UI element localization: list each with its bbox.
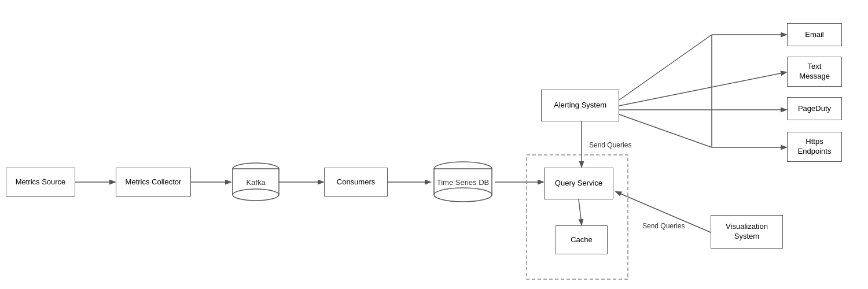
kafka-label: Kafka	[246, 178, 266, 187]
send-queries-bottom-label: Send Queries	[642, 222, 685, 230]
https-endpoints-node: Https Endpoints	[787, 132, 842, 162]
svg-point-18	[233, 189, 279, 201]
email-node: Email	[787, 23, 842, 46]
cache-node: Cache	[556, 225, 608, 254]
metrics-source-label: Metrics Source	[16, 177, 66, 187]
svg-line-11	[619, 114, 712, 147]
consumers-node: Consumers	[324, 168, 388, 197]
https-endpoints-label: Https Endpoints	[798, 137, 832, 157]
svg-point-21	[434, 188, 492, 202]
pageduty-node: PageDuty	[787, 97, 842, 120]
query-service-label: Query Service	[555, 179, 602, 188]
pageduty-label: PageDuty	[798, 104, 831, 114]
send-queries-top-label: Send Queries	[589, 141, 631, 149]
text-message-label: Text Message	[799, 62, 830, 81]
visualization-system-node: Visualization System	[711, 215, 783, 249]
text-message-node: Text Message	[787, 57, 842, 87]
visualization-system-label: Visualization System	[726, 222, 768, 242]
cache-label: Cache	[571, 235, 593, 245]
metrics-source-node: Metrics Source	[6, 168, 75, 197]
metrics-collector-label: Metrics Collector	[126, 177, 182, 187]
query-service-node: Query Service	[544, 168, 613, 199]
metrics-collector-node: Metrics Collector	[116, 168, 191, 197]
svg-line-9	[619, 72, 786, 106]
alerting-system-node: Alerting System	[541, 90, 619, 121]
svg-line-5	[579, 199, 582, 224]
email-label: Email	[805, 30, 824, 40]
time-series-db-label: Time Series DB	[437, 178, 490, 187]
consumers-label: Consumers	[337, 177, 375, 187]
alerting-system-label: Alerting System	[554, 101, 606, 110]
